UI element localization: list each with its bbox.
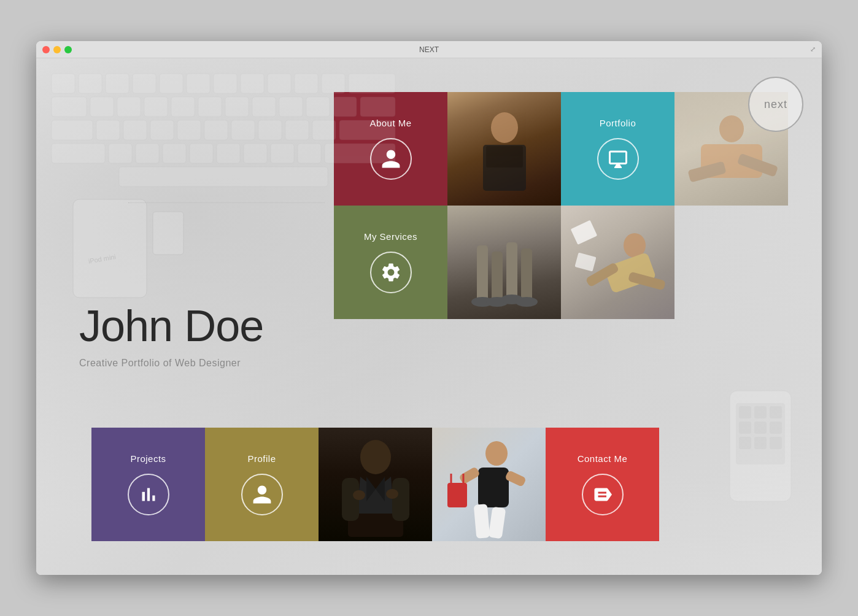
window-controls [42, 46, 72, 53]
svg-rect-46 [73, 199, 147, 298]
tag-icon [592, 483, 614, 506]
titlebar: NEXT ⤢ [36, 41, 822, 58]
svg-rect-21 [306, 97, 330, 117]
svg-rect-45 [119, 167, 328, 187]
svg-rect-28 [177, 120, 201, 140]
maximize-button[interactable] [64, 46, 72, 53]
svg-rect-18 [225, 97, 249, 117]
app-window: NEXT ⤢ [36, 41, 822, 575]
svg-rect-32 [285, 120, 309, 140]
svg-rect-22 [333, 97, 357, 117]
projects-label: Projects [130, 453, 166, 464]
svg-rect-37 [136, 144, 159, 163]
tile-photo-legs[interactable] [447, 206, 561, 319]
main-content: iPod mini John Doe Creative Portfolio of… [36, 58, 822, 575]
svg-rect-93 [739, 422, 751, 434]
profile-icon-circle [241, 474, 283, 515]
svg-point-77 [386, 489, 398, 499]
hero-subtitle: Creative Portfolio of Web Designer [79, 358, 263, 369]
projects-icon-circle [128, 474, 169, 515]
expand-icon[interactable]: ⤢ [810, 45, 816, 53]
svg-rect-11 [349, 74, 395, 93]
gear-icon [380, 261, 402, 283]
separator [128, 202, 325, 203]
svg-rect-16 [171, 97, 195, 117]
svg-rect-10 [322, 74, 345, 93]
tile-profile[interactable]: Profile [205, 428, 319, 541]
tile-portfolio[interactable]: Portfolio [561, 92, 674, 206]
svg-rect-23 [360, 97, 395, 117]
svg-rect-6 [214, 74, 237, 93]
svg-rect-13 [90, 97, 114, 117]
svg-rect-95 [770, 422, 782, 434]
svg-rect-90 [739, 406, 751, 418]
next-button[interactable]: next [748, 77, 803, 132]
svg-rect-71 [574, 253, 596, 272]
hero-section: John Doe Creative Portfolio of Web Desig… [79, 304, 263, 369]
svg-rect-94 [754, 422, 767, 434]
svg-rect-81 [489, 507, 506, 539]
svg-rect-20 [279, 97, 303, 117]
svg-rect-75 [392, 478, 409, 521]
svg-rect-8 [268, 74, 291, 93]
svg-point-49 [491, 112, 518, 143]
my-services-label: My Services [364, 231, 417, 242]
svg-rect-33 [312, 120, 336, 140]
svg-rect-4 [160, 74, 183, 93]
close-button[interactable] [42, 46, 50, 53]
about-me-icon-circle [370, 138, 412, 180]
tile-contact-me[interactable]: Contact Me [546, 428, 659, 541]
svg-rect-14 [117, 97, 141, 117]
svg-rect-92 [770, 406, 782, 418]
svg-rect-7 [241, 74, 264, 93]
tile-photo-dance[interactable] [432, 428, 546, 541]
svg-rect-48 [153, 212, 184, 255]
my-services-icon-circle [370, 252, 412, 293]
portfolio-icon-circle [597, 138, 639, 180]
svg-rect-15 [144, 97, 168, 117]
svg-rect-5 [187, 74, 210, 93]
window-title: NEXT [419, 45, 439, 54]
contact-me-label: Contact Me [578, 453, 628, 464]
svg-point-72 [360, 440, 391, 474]
profile-label: Profile [247, 453, 276, 464]
svg-rect-29 [204, 120, 228, 140]
tile-photo-camera[interactable] [447, 92, 561, 206]
svg-rect-17 [198, 97, 222, 117]
svg-point-65 [516, 297, 538, 307]
svg-rect-80 [474, 504, 490, 539]
svg-rect-43 [298, 144, 321, 163]
minimize-button[interactable] [53, 46, 61, 53]
svg-rect-30 [231, 120, 255, 140]
svg-rect-24 [52, 120, 93, 140]
hero-name: John Doe [79, 304, 263, 348]
tiles-grid: About Me [334, 92, 788, 319]
svg-rect-79 [478, 468, 509, 507]
tile-projects[interactable]: Projects [91, 428, 205, 541]
svg-rect-82 [458, 466, 481, 485]
bottom-tiles: Projects Profile [91, 428, 659, 541]
svg-rect-84 [447, 483, 467, 507]
svg-rect-42 [271, 144, 294, 163]
svg-rect-59 [492, 252, 503, 301]
tile-empty [674, 206, 788, 319]
person-icon [380, 148, 402, 170]
portfolio-label: Portfolio [600, 118, 636, 128]
svg-rect-39 [190, 144, 213, 163]
svg-rect-19 [252, 97, 276, 117]
svg-rect-96 [739, 437, 751, 449]
svg-rect-12 [52, 97, 87, 117]
svg-rect-97 [754, 437, 767, 449]
svg-rect-61 [521, 248, 532, 301]
svg-rect-70 [571, 220, 598, 245]
profile-person-icon [251, 483, 273, 506]
svg-point-54 [719, 115, 744, 142]
svg-rect-41 [244, 144, 267, 163]
svg-rect-27 [150, 120, 174, 140]
svg-rect-36 [109, 144, 132, 163]
tile-photo-man[interactable] [319, 428, 432, 541]
svg-rect-1 [79, 74, 102, 93]
svg-point-78 [485, 441, 508, 466]
svg-rect-38 [163, 144, 186, 163]
tile-photo-action[interactable] [561, 206, 674, 319]
